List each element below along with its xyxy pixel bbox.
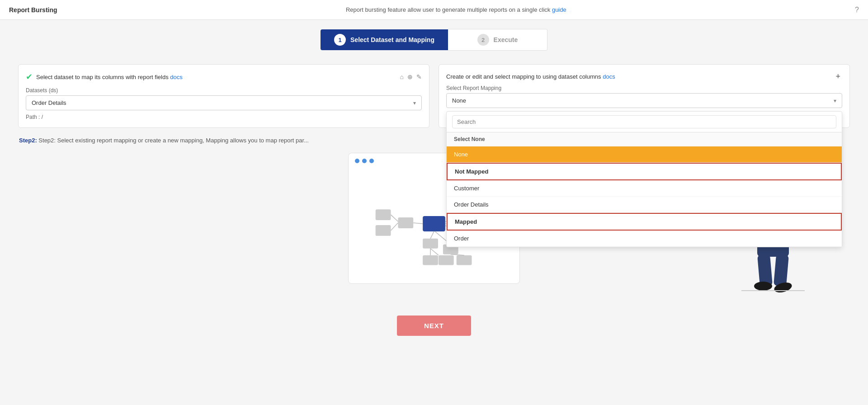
main-content: ✔ Select dataset to map its columns with… <box>0 64 868 354</box>
step-2-number: 2 <box>477 34 489 46</box>
svg-rect-7 <box>423 239 438 249</box>
svg-rect-10 <box>457 255 472 265</box>
dropdown-group-none-label: Select None <box>447 132 842 146</box>
dataset-select[interactable]: Order Details ▾ <box>26 95 422 110</box>
mapping-card-header: Create or edit and select mapping to usi… <box>446 72 842 81</box>
step-1-label: Select Dataset and Mapping <box>350 36 434 43</box>
dropdown-search-input[interactable] <box>452 115 836 128</box>
dropdown-item-not-mapped[interactable]: Not Mapped <box>447 163 842 180</box>
dropdown-item-none[interactable]: None <box>447 146 842 163</box>
dataset-card-actions: ⌂ ⊕ ✎ <box>400 73 422 80</box>
mapping-docs-link[interactable]: docs <box>603 73 615 80</box>
svg-line-20 <box>430 249 439 255</box>
mapping-card-title: Create or edit and select mapping to usi… <box>446 73 615 80</box>
guide-link[interactable]: guide <box>552 6 566 13</box>
svg-rect-0 <box>423 216 445 231</box>
svg-line-18 <box>430 231 434 239</box>
dataset-select-arrow: ▾ <box>413 100 416 106</box>
svg-rect-11 <box>423 255 438 265</box>
svg-line-14 <box>413 223 423 224</box>
dropdown-item-customer[interactable]: Customer <box>447 180 842 197</box>
svg-rect-1 <box>376 209 391 220</box>
dropdown-search-container <box>447 112 842 132</box>
step-2-label: Execute <box>494 36 518 43</box>
mapping-select-arrow: ▾ <box>834 98 836 104</box>
step-1[interactable]: 1 Select Dataset and Mapping <box>321 29 448 50</box>
svg-rect-2 <box>376 225 391 236</box>
dot-1 <box>355 159 359 163</box>
top-bar: Report Bursting Report bursting feature … <box>0 0 868 20</box>
app-info: Report bursting feature allow user to ge… <box>57 6 855 13</box>
svg-rect-29 <box>774 254 789 287</box>
svg-line-12 <box>391 215 398 221</box>
dot-2 <box>362 159 367 163</box>
dataset-card-header: ✔ Select dataset to map its columns with… <box>26 72 422 82</box>
svg-line-13 <box>391 223 398 231</box>
next-button-container: NEXT <box>18 316 850 354</box>
svg-line-22 <box>451 254 464 255</box>
dataset-card: ✔ Select dataset to map its columns with… <box>18 64 429 128</box>
next-button[interactable]: NEXT <box>397 316 471 336</box>
mapping-select-label: Select Report Mapping <box>446 85 842 91</box>
add-mapping-button[interactable]: + <box>834 72 842 81</box>
app-title: Report Bursting <box>9 6 57 14</box>
dropdown-item-mapped[interactable]: Mapped <box>447 213 842 231</box>
step-2[interactable]: 2 Execute <box>448 29 547 51</box>
dataset-path: Path : / <box>26 114 422 120</box>
mapping-dropdown-popup: Select None None Not Mapped Customer Ord… <box>446 111 842 247</box>
help-icon[interactable]: ? <box>855 6 859 14</box>
stepper: 1 Select Dataset and Mapping 2 Execute <box>0 29 868 51</box>
dropdown-item-order[interactable]: Order <box>447 231 842 247</box>
mapping-dropdown-container: None ▾ Select None None Not Mapped <box>446 93 842 108</box>
mapping-select[interactable]: None ▾ <box>446 93 842 108</box>
dropdown-item-order-details[interactable]: Order Details <box>447 197 842 213</box>
svg-rect-9 <box>439 255 454 265</box>
dataset-docs-link[interactable]: docs <box>170 74 182 80</box>
dot-3 <box>369 159 374 163</box>
dataset-label: Datasets (ds) <box>26 87 422 94</box>
dataset-selected-value: Order Details <box>32 99 66 106</box>
svg-rect-3 <box>398 217 413 228</box>
edit-dataset-icon[interactable]: ✎ <box>416 73 422 80</box>
check-icon: ✔ <box>26 72 33 82</box>
add-dataset-icon[interactable]: ⊕ <box>407 73 413 80</box>
dataset-card-title: Select dataset to map its columns with r… <box>36 74 183 80</box>
mapping-selected-value: None <box>452 97 466 104</box>
step-1-number: 1 <box>334 34 346 46</box>
mapping-card: Create or edit and select mapping to usi… <box>439 64 850 128</box>
home-icon[interactable]: ⌂ <box>400 73 404 80</box>
svg-point-30 <box>754 282 772 291</box>
two-column-layout: ✔ Select dataset to map its columns with… <box>18 64 850 128</box>
